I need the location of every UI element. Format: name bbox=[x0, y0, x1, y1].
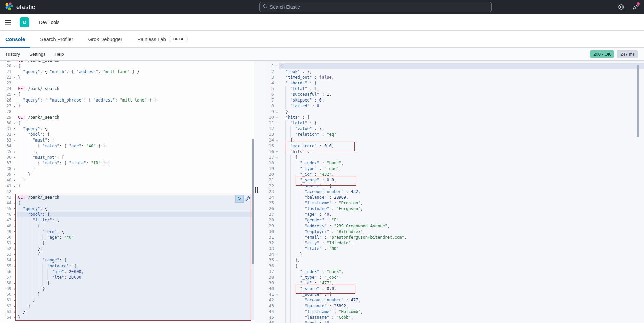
search-input[interactable] bbox=[270, 4, 488, 10]
code-text[interactable]: "_id" : "432", bbox=[279, 172, 644, 177]
tab-search-profiler[interactable]: Search Profiler bbox=[35, 31, 78, 47]
code-text[interactable]: "must": [ bbox=[17, 137, 254, 143]
fold-open-icon[interactable]: ▾ bbox=[275, 263, 279, 269]
code-text[interactable]: "skipped" : 0, bbox=[279, 97, 644, 103]
fold-open-icon[interactable]: ▾ bbox=[12, 63, 17, 69]
space-badge[interactable]: D bbox=[20, 17, 29, 27]
response-scrollbar[interactable] bbox=[637, 65, 639, 137]
fold-open-icon[interactable]: ▾ bbox=[12, 155, 17, 160]
code-text[interactable]: GET /bank/_search bbox=[17, 115, 254, 120]
request-options-button[interactable] bbox=[244, 196, 250, 202]
code-text[interactable]: "bool": { bbox=[17, 132, 254, 137]
help-menu-button[interactable] bbox=[618, 4, 625, 10]
menu-button[interactable] bbox=[0, 14, 16, 30]
code-text[interactable]: "max_score" : 0.0, bbox=[279, 143, 644, 149]
code-text[interactable]: "must_not": [ bbox=[17, 155, 254, 160]
tab-painless-lab[interactable]: Painless Lab BETA bbox=[132, 31, 193, 47]
send-request-button[interactable] bbox=[235, 195, 244, 203]
code-text[interactable]: "_source" : { bbox=[279, 183, 644, 189]
code-text[interactable]: "gender" : "F", bbox=[279, 217, 644, 223]
fold-close-icon[interactable]: ▴ bbox=[12, 172, 17, 177]
code-text[interactable]: "_shards" : { bbox=[279, 80, 644, 86]
fold-close-icon[interactable]: ▴ bbox=[12, 315, 17, 320]
code-text[interactable]: "_source" : { bbox=[279, 292, 644, 297]
fold-close-icon[interactable]: ▴ bbox=[12, 166, 17, 172]
code-text[interactable]: { "match": { "age": "40" } } bbox=[17, 143, 254, 149]
fold-open-icon[interactable]: ▾ bbox=[12, 263, 17, 269]
fold-open-icon[interactable]: ▾ bbox=[12, 229, 17, 235]
code-text[interactable]: "firstname" : "Preston", bbox=[279, 200, 644, 206]
fold-open-icon[interactable]: ▾ bbox=[12, 132, 17, 137]
fold-open-icon[interactable]: ▾ bbox=[275, 155, 279, 160]
code-text[interactable]: "hits" : { bbox=[279, 115, 644, 120]
code-text[interactable]: "relation" : "eq" bbox=[279, 132, 644, 137]
code-text[interactable]: "account_number" : 432, bbox=[279, 189, 644, 195]
brand[interactable]: elastic bbox=[5, 2, 35, 12]
code-text[interactable]: "balance" : 25892, bbox=[279, 303, 644, 309]
code-text[interactable]: { bbox=[279, 263, 644, 269]
code-text[interactable]: "query": { "match": { "address": "mill l… bbox=[17, 69, 254, 75]
code-text[interactable]: } bbox=[17, 292, 254, 297]
fold-close-icon[interactable]: ▴ bbox=[275, 257, 279, 263]
code-text[interactable]: { bbox=[279, 155, 644, 160]
code-text[interactable]: "_index" : "bank", bbox=[279, 160, 644, 166]
fold-open-icon[interactable]: ▾ bbox=[12, 120, 17, 126]
code-text[interactable]: "range": { bbox=[17, 257, 254, 263]
code-text[interactable]: } bbox=[17, 315, 254, 320]
code-text[interactable]: "_type" : "_doc", bbox=[279, 275, 644, 280]
code-text[interactable]: } bbox=[17, 303, 254, 309]
fold-open-icon[interactable]: ▾ bbox=[275, 115, 279, 120]
code-text[interactable]: "_score" : 0.0, bbox=[279, 177, 644, 183]
global-search[interactable] bbox=[259, 2, 492, 12]
code-text[interactable]: }, bbox=[17, 246, 254, 252]
fold-open-icon[interactable]: ▾ bbox=[275, 183, 279, 189]
fold-open-icon[interactable]: ▾ bbox=[12, 206, 17, 212]
code-text[interactable]: "filter": [ bbox=[17, 217, 254, 223]
newsfeed-button[interactable] bbox=[632, 4, 639, 10]
code-text[interactable]: ] bbox=[17, 297, 254, 303]
fold-close-icon[interactable]: ▴ bbox=[12, 240, 17, 246]
fold-close-icon[interactable]: ▴ bbox=[12, 149, 17, 155]
code-text[interactable]: "gte": 20000, bbox=[17, 269, 254, 275]
code-text[interactable]: "lte": 30000 bbox=[17, 275, 254, 280]
fold-close-icon[interactable]: ▴ bbox=[12, 303, 17, 309]
fold-open-icon[interactable]: ▾ bbox=[12, 252, 17, 257]
code-text[interactable]: "lastname" : "Ferguson", bbox=[279, 206, 644, 212]
code-text[interactable]: { "match": { "state": "ID" } } bbox=[17, 160, 254, 166]
fold-open-icon[interactable]: ▾ bbox=[275, 63, 279, 69]
code-text[interactable]: "balance": { bbox=[17, 263, 254, 269]
code-text[interactable]: { bbox=[17, 92, 254, 97]
fold-close-icon[interactable]: ▴ bbox=[12, 297, 17, 303]
code-text[interactable]: "term": { bbox=[17, 229, 254, 235]
fold-open-icon[interactable]: ▾ bbox=[12, 217, 17, 223]
code-text[interactable]: } bbox=[17, 75, 254, 80]
code-text[interactable]: "age": "40" bbox=[17, 235, 254, 240]
fold-close-icon[interactable]: ▴ bbox=[12, 177, 17, 183]
code-text[interactable]: "firstname" : "Holcomb", bbox=[279, 309, 644, 315]
code-text[interactable]: "address" : "239 Greenwood Avenue", bbox=[279, 223, 644, 229]
fold-open-icon[interactable]: ▾ bbox=[12, 223, 17, 229]
code-text[interactable]: { bbox=[17, 200, 254, 206]
fold-close-icon[interactable]: ▴ bbox=[12, 280, 17, 286]
code-text[interactable]: "lastname" : "Cobb", bbox=[279, 315, 644, 320]
tab-grok-debugger[interactable]: Grok Debugger bbox=[83, 31, 128, 47]
request-scrollbar[interactable] bbox=[252, 139, 254, 264]
settings-link[interactable]: Settings bbox=[29, 52, 46, 57]
code-text[interactable]: } bbox=[17, 286, 254, 292]
code-text[interactable]: "_id" : "477", bbox=[279, 280, 644, 286]
fold-close-icon[interactable]: ▴ bbox=[275, 252, 279, 257]
code-text[interactable]: } bbox=[17, 103, 254, 109]
fold-open-icon[interactable]: ▾ bbox=[12, 126, 17, 132]
code-text[interactable]: "hits" : [ bbox=[279, 149, 644, 155]
code-text[interactable]: "account_number" : 477, bbox=[279, 297, 644, 303]
fold-open-icon[interactable]: ▾ bbox=[12, 137, 17, 143]
history-link[interactable]: History bbox=[6, 52, 20, 57]
code-text[interactable]: }, bbox=[279, 257, 644, 263]
code-text[interactable]: "total" : 1, bbox=[279, 86, 644, 92]
fold-close-icon[interactable]: ▴ bbox=[12, 286, 17, 292]
code-text[interactable]: "age" : 40, bbox=[279, 320, 644, 323]
code-text[interactable]: { bbox=[17, 252, 254, 257]
fold-open-icon[interactable]: ▾ bbox=[275, 120, 279, 126]
fold-close-icon[interactable]: ▴ bbox=[275, 137, 279, 143]
code-text[interactable]: "_index" : "bank", bbox=[279, 269, 644, 275]
